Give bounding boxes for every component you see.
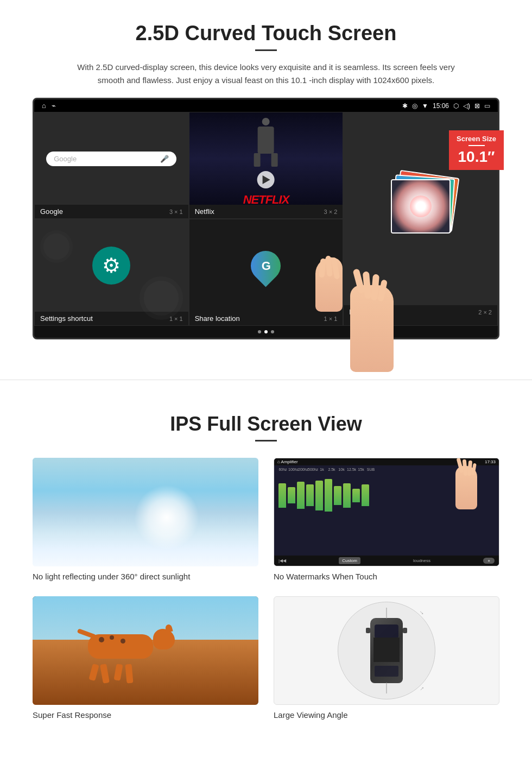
window-icon: ▭ [484,102,490,110]
settings-icon-circle: ⚙ [92,247,130,285]
section-divider [0,380,532,380]
amp-time: 17:33 [485,459,496,464]
share-location-label: Share location 1 × 1 [189,312,343,325]
car-caption: Large Viewing Angle [274,710,499,720]
feature-cheetah: Super Fast Response [33,596,258,720]
share-location-app-cell[interactable]: G Share location [189,219,344,326]
google-cell-label: Google 3 × 1 [35,205,188,218]
close-icon: ⊠ [474,102,480,110]
photo-gallery-app-name: Photo Gallery [349,308,392,316]
app-grid: Google 🎤 Google 3 × 1 [34,112,498,326]
wifi-icon: ▼ [422,102,428,110]
settings-app-cell[interactable]: ⚙ Settings shortcut 1 × 1 [34,219,189,326]
netflix-cell-content: NETFLIX Continue Marvel's Daredevil [189,112,343,205]
angle-arrow-br: → [417,684,427,693]
cheetah-silhouette [66,623,175,667]
eq-area [274,471,499,556]
photo-gallery-app-size: 2 × 2 [478,309,492,316]
home-icon: ⌂ [42,102,46,110]
sky-background [33,458,258,566]
section1-title: 2.5D Curved Touch Screen [33,22,499,45]
settings-cell-content: ⚙ [35,219,188,312]
section2-ips: IPS Full Screen View No light reflecting… [0,402,532,741]
freq-125k: 12.5k [347,468,356,471]
amp-prev-icon: |◀◀ [278,558,286,563]
watermark-caption: No Watermarks When Touch [274,572,499,581]
gear-icon: ⚙ [102,254,121,277]
section1-description: With 2.5D curved-display screen, this de… [76,61,456,87]
netflix-app-size: 3 × 2 [324,209,338,215]
section1-curved-touch: 2.5D Curved Touch Screen With 2.5D curve… [0,0,532,358]
eq-bar-9 [352,489,360,502]
pointing-hand [305,247,343,312]
dot-2-active [264,330,268,333]
pagination-dots [34,326,498,338]
photo-gallery-label: Photo Gallery 2 × 2 [344,305,497,319]
amplifier-image: ⌂ Amplifier 17:33 60hz 100hz 200hz 500hz… [274,458,499,566]
angle-line-bottom [387,683,387,693]
eq-bar-3 [297,482,305,509]
google-app-cell[interactable]: Google 🎤 Google 3 × 1 [34,112,189,219]
device-container: Screen Size 10.1″ ⌂ ⌁ ✱ ◎ ▼ 15:06 ⬡ ◁) ⊠ [33,98,499,339]
sunlight-caption: No light reflecting under 360° direct su… [33,572,258,581]
freq-25k: 2.5k [327,468,336,471]
amp-loudness-label: loudness [413,558,430,563]
eq-bar-2 [288,487,295,503]
title-underline [255,49,277,51]
car-image: → → [274,596,499,705]
angle-arrow-tr: → [417,608,427,617]
google-search-bar[interactable]: Google 🎤 [46,152,176,166]
status-right-icons: ✱ ◎ ▼ 15:06 ⬡ ◁) ⊠ ▭ [402,102,490,110]
google-app-name: Google [40,207,63,216]
freq-100hz: 100hz [288,468,297,471]
car-body-top [370,618,403,683]
freq-10k: 10k [337,468,346,471]
play-triangle-icon [263,175,270,184]
device-frame: ⌂ ⌁ ✱ ◎ ▼ 15:06 ⬡ ◁) ⊠ ▭ [33,98,499,339]
angle-line-top [387,608,387,619]
usb-icon: ⌁ [52,102,56,110]
feature-watermark: ⌂ Amplifier 17:33 60hz 100hz 200hz 500hz… [274,458,499,581]
eq-bar-10 [362,484,369,506]
camera-icon: ⬡ [453,102,459,110]
status-bar: ⌂ ⌁ ✱ ◎ ▼ 15:06 ⬡ ◁) ⊠ ▭ [34,99,498,112]
dot-1 [258,330,261,333]
share-location-app-size: 1 × 1 [324,316,338,322]
badge-size: 10.1″ [457,148,496,166]
google-logo: Google [54,155,77,163]
maps-icon: G [251,251,281,281]
freq-1k: 1k [318,468,326,471]
status-time: 15:06 [433,102,449,110]
eq-bar-4 [306,484,314,506]
netflix-app-cell[interactable]: NETFLIX Continue Marvel's Daredevil Netf… [189,112,344,219]
badge-title: Screen Size [457,135,496,143]
eq-bar-7 [334,486,341,505]
status-left-icons: ⌂ ⌁ [42,102,56,110]
cheetah-caption: Super Fast Response [33,710,258,720]
badge-underline [468,145,485,146]
cheetah-background [33,596,258,705]
settings-app-name: Settings shortcut [40,314,93,323]
share-location-app-name: Share location [195,314,240,323]
netflix-play-button[interactable] [257,171,275,188]
loudness-toggle[interactable]: ● [483,558,495,564]
freq-sub: SUB [366,468,375,471]
netflix-app-name: Netflix [195,207,214,216]
share-location-content: G [189,219,343,312]
amplifier-screen: ⌂ Amplifier 17:33 60hz 100hz 200hz 500hz… [274,458,499,566]
feature-grid: No light reflecting under 360° direct su… [33,458,499,720]
freq-15k: 15k [357,468,365,471]
location-icon: ◎ [412,102,417,110]
google-mic-icon: 🎤 [160,155,169,163]
cheetah-image [33,596,258,705]
section2-underline [255,440,277,441]
google-cell-content: Google 🎤 [35,112,188,205]
custom-button[interactable]: Custom [339,557,360,564]
volume-icon: ◁) [463,102,470,110]
section2-title: IPS Full Screen View [33,413,499,436]
netflix-overlay: NETFLIX Continue Marvel's Daredevil [232,118,300,205]
eq-bar-8 [343,483,351,508]
eq-bar-6 [325,479,332,512]
freq-500hz: 500hz [308,468,316,471]
car-circle: → → [338,602,435,699]
